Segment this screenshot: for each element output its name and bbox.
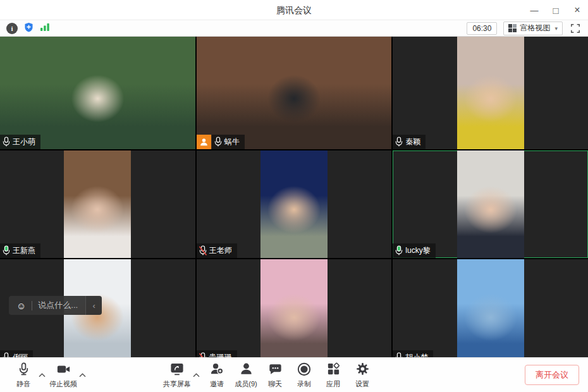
- stop-video-button[interactable]: 停止视频: [48, 360, 78, 390]
- participant-name: lucky黎: [405, 245, 430, 256]
- participant-name-label: 秦颖: [393, 135, 426, 149]
- topbar-status-icons: i: [6, 21, 50, 35]
- settings-label: 设置: [355, 379, 369, 389]
- quickbar-collapse-button[interactable]: ‹: [85, 296, 102, 315]
- mute-options-chevron[interactable]: [39, 369, 46, 380]
- mic-icon: [16, 362, 31, 379]
- maximize-button[interactable]: □: [545, 0, 567, 20]
- mute-label: 静音: [16, 379, 30, 389]
- emoji-icon[interactable]: ☺: [16, 301, 26, 310]
- leave-meeting-button[interactable]: 离开会议: [525, 365, 579, 385]
- chevron-left-icon: ‹: [93, 301, 95, 310]
- close-button[interactable]: ×: [567, 0, 588, 20]
- video-grid-area: 王小萌 蜗牛 秦颖 王新燕: [0, 37, 588, 357]
- fullscreen-button[interactable]: [569, 22, 582, 35]
- mic-icon: [395, 137, 403, 147]
- minimize-icon: —: [530, 6, 539, 15]
- participant-tile[interactable]: 秦颖: [393, 37, 588, 149]
- window-title: 腾讯会议: [0, 0, 588, 20]
- meeting-toolbar: 静音 停止视频 共享屏幕 邀请 成员(9) 聊天 录制 应用 设置 离开会议: [0, 357, 588, 392]
- layout-view-label: 宫格视图: [520, 23, 550, 34]
- participant-tile[interactable]: 王老师: [197, 150, 392, 258]
- security-shield-icon[interactable]: [23, 21, 34, 35]
- participant-name: 俐丽: [13, 352, 28, 357]
- participant-video: [260, 259, 328, 357]
- participant-name-label: 王老师: [197, 243, 237, 258]
- participant-name-row: 王小萌: [0, 135, 40, 149]
- mic-icon: [395, 352, 403, 357]
- toolbar-group-center: 共享屏幕 邀请 成员(9) 聊天 录制 应用 设置: [162, 360, 377, 390]
- app-window: 腾讯会议 — □ × i 06:30 宫格视图 ▾: [0, 0, 588, 392]
- participant-name-row: 俐丽: [0, 350, 33, 357]
- chat-button[interactable]: 聊天: [260, 360, 290, 390]
- participant-name-label: 蜗牛: [212, 135, 245, 149]
- participant-tile[interactable]: lucky黎: [393, 150, 588, 258]
- participant-name: 王新燕: [13, 245, 35, 256]
- apps-label: 应用: [326, 379, 340, 389]
- participant-name-label: 王小萌: [0, 135, 40, 149]
- record-button[interactable]: 录制: [290, 360, 319, 390]
- participant-name-row: lucky黎: [393, 243, 435, 258]
- layout-view-button[interactable]: 宫格视图 ▾: [503, 21, 563, 35]
- participant-tile[interactable]: 贵珊珊: [197, 259, 392, 357]
- meeting-info-icon[interactable]: i: [6, 23, 18, 34]
- participant-name-row: 秦颖: [393, 135, 426, 149]
- participant-tile[interactable]: 王新燕: [0, 150, 195, 258]
- members-label: 成员(9): [235, 379, 257, 389]
- mic-icon: [2, 352, 11, 357]
- chevron-down-icon: ▾: [554, 25, 558, 32]
- participant-name-row: 蜗牛: [197, 135, 245, 149]
- grid-view-icon: [508, 24, 517, 32]
- participant-video: [64, 150, 131, 258]
- apps-button[interactable]: 应用: [319, 360, 348, 390]
- participant-name: 秦颖: [405, 137, 420, 147]
- participant-name-row: 胡小梦: [393, 350, 433, 357]
- chevron-up-icon: [193, 373, 200, 377]
- members-button[interactable]: 成员(9): [231, 360, 260, 390]
- share-screen-label: 共享屏幕: [163, 379, 191, 389]
- participant-name-row: 王新燕: [0, 243, 40, 258]
- stop-video-options-chevron[interactable]: [79, 369, 86, 380]
- participant-name-label: 胡小梦: [393, 350, 433, 357]
- meeting-timer: 06:30: [467, 22, 497, 35]
- record-icon: [297, 362, 312, 379]
- minimize-button[interactable]: —: [524, 0, 545, 20]
- quickbar-placeholder: 说点什么...: [38, 300, 78, 311]
- participant-video: [457, 259, 524, 357]
- participant-name-label: lucky黎: [393, 243, 435, 258]
- topbar-right: 06:30 宫格视图 ▾: [467, 21, 582, 35]
- network-signal-icon[interactable]: [40, 22, 50, 34]
- participant-name: 王小萌: [13, 137, 35, 147]
- participant-name-label: 贵珊珊: [197, 350, 237, 357]
- mic-muted-icon: [199, 352, 207, 357]
- mic-speaking-icon: [2, 245, 11, 256]
- mute-button[interactable]: 静音: [9, 360, 38, 390]
- mic-icon: [2, 137, 11, 147]
- participant-video: [0, 37, 195, 149]
- chat-label: 聊天: [268, 379, 282, 389]
- mic-muted-icon: [199, 245, 207, 256]
- fullscreen-icon: [570, 23, 580, 34]
- chat-quickbar: ☺ 说点什么... ‹: [9, 296, 102, 315]
- participant-tile[interactable]: 王小萌: [0, 37, 195, 149]
- share-screen-options-chevron[interactable]: [193, 369, 200, 380]
- maximize-icon: □: [553, 5, 558, 16]
- titlebar: 腾讯会议 — □ ×: [0, 0, 588, 20]
- host-badge: [197, 135, 211, 149]
- chat-icon: [268, 362, 283, 379]
- participant-name: 王老师: [209, 245, 232, 256]
- participant-video: [197, 37, 392, 149]
- record-label: 录制: [297, 379, 311, 389]
- window-controls: — □ ×: [524, 0, 588, 20]
- invite-button[interactable]: 邀请: [202, 360, 231, 390]
- participant-video: [260, 150, 328, 258]
- participant-tile[interactable]: 胡小梦: [393, 259, 588, 357]
- mic-icon: [214, 137, 223, 147]
- quickbar-input[interactable]: ☺ 说点什么...: [9, 296, 85, 315]
- participant-name: 胡小梦: [405, 352, 428, 357]
- host-icon: [199, 137, 209, 147]
- share-screen-button[interactable]: 共享屏幕: [162, 360, 192, 390]
- participant-tile[interactable]: 蜗牛: [197, 37, 392, 149]
- settings-button[interactable]: 设置: [348, 360, 377, 390]
- chevron-up-icon: [79, 373, 86, 377]
